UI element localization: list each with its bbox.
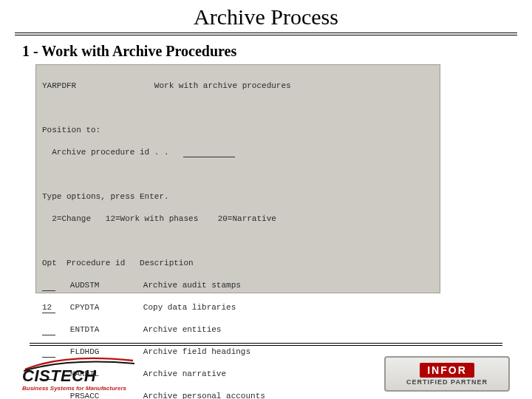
slide-subtitle: 1 - Work with Archive Procedures [22, 43, 532, 60]
opt-input[interactable] [42, 392, 55, 400]
screen-title: Work with archive procedures [154, 81, 291, 90]
position-field-label: Archive procedure id . . [52, 148, 168, 157]
proc-id: CPYDTA [70, 303, 100, 312]
type-options-label: Type options, press Enter. [42, 192, 169, 201]
cistech-logo: CISTECH Business Systems for Manufacture… [22, 355, 148, 392]
footer-rule-bottom [30, 345, 502, 346]
title-rule-bottom [15, 35, 517, 35]
cistech-tagline: Business Systems for Manufacturers [22, 385, 126, 392]
footer-logos: CISTECH Business Systems for Manufacture… [0, 351, 532, 392]
col-procedure-id: Procedure id [66, 259, 125, 267]
infor-logo: INFOR CERTIFIED PARTNER [384, 356, 510, 392]
opt-input[interactable] [42, 282, 55, 291]
col-description: Description [140, 259, 194, 267]
opt-input[interactable] [42, 304, 55, 313]
proc-id: PRSACC [70, 392, 100, 399]
proc-desc: Archive personal accounts [143, 392, 265, 399]
cistech-name: CISTECH [22, 366, 96, 386]
proc-id: AUDSTM [70, 281, 100, 290]
proc-desc: Archive audit stamps [143, 281, 241, 290]
position-to-input[interactable] [183, 148, 235, 157]
options-legend: 2=Change 12=Work with phases 20=Narrativ… [42, 214, 276, 223]
infor-name: INFOR [420, 363, 474, 378]
footer-rule-top [30, 343, 502, 344]
proc-desc: Archive entities [143, 325, 222, 334]
position-to-label: Position to: [42, 126, 100, 134]
proc-desc: Copy data libraries [143, 303, 236, 312]
col-opt: Opt [42, 259, 57, 267]
opt-input[interactable] [42, 326, 55, 335]
slide-title: Archive Process [0, 0, 532, 33]
program-id: YARPDFR [42, 81, 76, 90]
title-rule-top [15, 33, 517, 33]
infor-cert: CERTIFIED PARTNER [406, 378, 488, 386]
terminal-screen: YARPDFR Work with archive procedures Pos… [35, 64, 440, 293]
proc-id: ENTDTA [70, 325, 100, 334]
